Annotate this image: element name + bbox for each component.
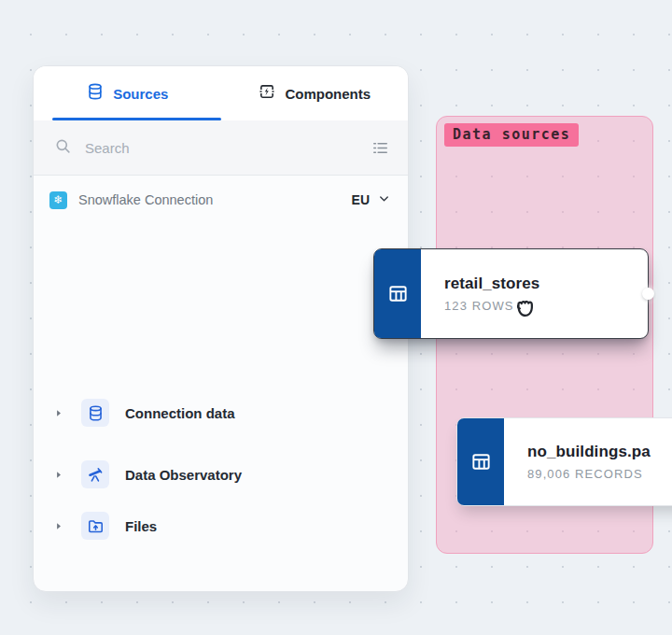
workflow-canvas[interactable]: Data sources Sources: [0, 0, 672, 635]
connection-row: ❄ Snowflake Connection EU: [34, 176, 408, 224]
table-icon: [374, 249, 421, 338]
panel-tabs: Sources Components: [34, 66, 408, 120]
chevron-right-icon: [51, 469, 64, 481]
table-icon: [457, 418, 504, 505]
folder-upload-icon: [81, 512, 109, 540]
output-connection-handle[interactable]: [642, 288, 654, 300]
node-record-count: 89,006 RECORDS: [527, 467, 672, 481]
tab-components-label: Components: [285, 86, 371, 102]
node-title: retail_stores: [444, 275, 648, 293]
node-row-count: 123 ROWS: [444, 299, 648, 313]
chevron-down-icon: [377, 191, 391, 209]
tree-item-connection-data[interactable]: Connection data: [34, 392, 408, 433]
node-no-buildings[interactable]: no_buildings.pa 89,006 RECORDS: [456, 417, 672, 506]
database-icon: [81, 399, 109, 427]
node-retail-stores[interactable]: retail_stores 123 ROWS: [373, 248, 649, 339]
tab-sources[interactable]: Sources: [34, 66, 221, 120]
region-selector[interactable]: EU: [350, 188, 393, 213]
tree-item-label: Connection data: [125, 405, 235, 421]
components-icon: [258, 82, 276, 105]
chevron-right-icon: [51, 407, 64, 419]
active-tab-underline: [52, 118, 221, 121]
database-icon: [86, 82, 105, 105]
tree-item-data-observatory[interactable]: Data Observatory: [34, 454, 408, 495]
tab-components[interactable]: Components: [221, 66, 409, 120]
node-body: retail_stores 123 ROWS: [421, 249, 648, 338]
tab-sources-label: Sources: [113, 86, 168, 102]
list-view-icon[interactable]: [370, 137, 391, 159]
tree-item-files[interactable]: Files: [34, 505, 408, 546]
snowflake-icon: ❄: [49, 191, 67, 209]
connection-name: Snowflake Connection: [78, 192, 339, 207]
chevron-right-icon: [51, 520, 64, 532]
group-label-chip[interactable]: Data sources: [444, 123, 579, 147]
node-title: no_buildings.pa: [527, 443, 672, 461]
region-value: EU: [352, 192, 370, 207]
sources-panel: Sources Components: [33, 65, 409, 592]
tree-item-label: Data Observatory: [125, 467, 242, 483]
node-body: no_buildings.pa 89,006 RECORDS: [504, 418, 672, 505]
tree-item-label: Files: [125, 518, 157, 534]
search-input[interactable]: [83, 139, 358, 157]
search-icon: [54, 137, 72, 159]
telescope-icon: [81, 460, 109, 488]
search-bar: [34, 120, 408, 176]
